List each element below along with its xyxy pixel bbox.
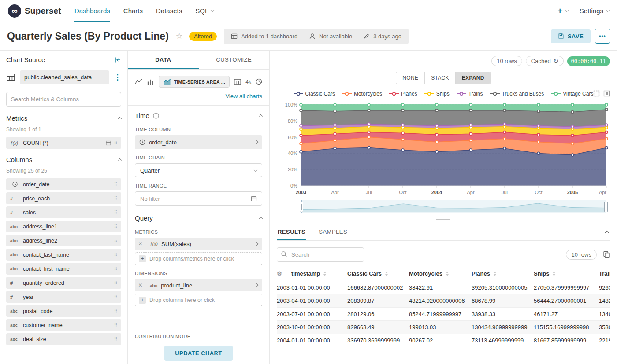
tab-data[interactable]: DATA — [128, 51, 199, 69]
tab-customize[interactable]: CUSTOMIZE — [199, 51, 270, 69]
stack-option-none[interactable]: NONE — [396, 72, 424, 84]
sort-carets-icon[interactable] — [446, 272, 449, 276]
column-item[interactable]: abccustomer_name⠿ — [6, 319, 121, 331]
query-section-header[interactable]: Query — [135, 214, 262, 222]
column-header[interactable]: ⚙__timestamp — [277, 267, 347, 281]
pie-chart-icon[interactable] — [256, 78, 262, 85]
brush-handle-right[interactable] — [604, 202, 608, 212]
time-section-header[interactable]: Time — [135, 112, 262, 119]
brush-selection[interactable] — [301, 200, 606, 213]
column-header[interactable]: Planes — [472, 267, 534, 281]
new-item-button[interactable]: + — [558, 6, 568, 15]
time-grain-select[interactable]: Quarter — [135, 163, 262, 177]
column-item[interactable]: abcaddress_line2⠿ — [6, 235, 121, 246]
column-item[interactable]: #price_each⠿ — [6, 192, 121, 204]
stack-option-expand[interactable]: EXPAND — [455, 72, 491, 84]
column-item[interactable]: abccontact_first_name⠿ — [6, 263, 121, 275]
legend-item[interactable]: Trains — [457, 91, 483, 97]
nav-sql[interactable]: SQL — [195, 0, 214, 22]
legend-item[interactable]: Ships — [424, 91, 450, 97]
metrics-columns-search-input[interactable] — [6, 92, 121, 107]
table-cell: 280129.06 — [347, 308, 409, 321]
time-range-field[interactable]: No filter — [135, 191, 262, 206]
zoom-reset-icon[interactable] — [603, 90, 610, 97]
line-chart-icon[interactable] — [135, 78, 142, 85]
column-item[interactable]: #quantity_ordered⠿ — [6, 277, 121, 289]
svg-text:20%: 20% — [288, 167, 297, 172]
column-item[interactable]: #year⠿ — [6, 291, 121, 303]
sort-carets-icon[interactable] — [323, 272, 326, 276]
results-search-input[interactable] — [277, 247, 364, 262]
legend-item[interactable]: Motorcycles — [342, 91, 382, 97]
viz-type-selected[interactable]: TIME-SERIES AREA ... — [159, 76, 230, 88]
column-header[interactable]: Trains — [599, 267, 610, 281]
table-cell: 27050.379999999997 — [534, 281, 599, 294]
column-item[interactable]: abcpostal_code⠿ — [6, 305, 121, 317]
column-header[interactable]: Ships — [534, 267, 599, 281]
settings-menu[interactable]: Settings — [580, 7, 609, 15]
gear-icon[interactable]: ⚙ — [277, 270, 282, 277]
table-row[interactable]: 2004-01-01 00:00:00336970.36999999999026… — [277, 334, 610, 347]
zoom-select-icon[interactable] — [593, 90, 600, 97]
metrics-section-header[interactable]: Metrics — [6, 114, 121, 122]
collapse-panel-icon[interactable] — [114, 56, 121, 63]
legend-item[interactable]: Trucks and Buses — [490, 91, 544, 97]
column-item[interactable]: abcdeal_size⠿ — [6, 333, 121, 345]
copy-icon[interactable] — [603, 251, 610, 258]
main-nav: Dashboards Charts Datasets SQL — [74, 0, 214, 22]
table-row[interactable]: 2003-10-01 00:00:00829663.49199013.03130… — [277, 321, 610, 334]
dimensions-drop-zone[interactable]: + Drop columns here or click — [135, 294, 262, 306]
column-header[interactable]: Classic Cars — [347, 267, 409, 281]
metric-pill[interactable]: ✕ ƒ(x) SUM(sales) — [135, 238, 262, 250]
time-column-field[interactable]: order_date — [135, 135, 262, 149]
sort-carets-icon[interactable] — [553, 272, 555, 276]
panel-resize-handle[interactable] — [436, 219, 450, 221]
brush-handle-left[interactable] — [300, 202, 303, 212]
legend-item[interactable]: Planes — [389, 91, 417, 97]
results-table-container[interactable]: ⚙__timestampClassic CarsMotorcyclesPlane… — [277, 267, 610, 364]
sort-carets-icon[interactable] — [494, 272, 496, 276]
table-row[interactable]: 2003-07-01 00:00:00280129.0685244.719999… — [277, 308, 610, 321]
bar-chart-icon[interactable] — [147, 78, 154, 85]
legend-item[interactable]: Classic Cars — [294, 91, 335, 97]
sort-carets-icon[interactable] — [385, 272, 388, 276]
more-options-button[interactable]: ••• — [595, 29, 610, 44]
metric-item[interactable]: ƒ(x)COUNT(*)⠿ — [6, 137, 121, 149]
nav-dashboards[interactable]: Dashboards — [74, 0, 110, 22]
collapse-results-icon[interactable] — [604, 228, 610, 239]
tab-samples[interactable]: SAMPLES — [318, 226, 348, 240]
column-item[interactable]: order_date⠿ — [6, 178, 121, 190]
legend-item[interactable]: Vintage Cars — [551, 91, 593, 97]
dataset-options-icon[interactable]: ⋮ — [114, 73, 121, 82]
column-item[interactable]: abccontact_last_name⠿ — [6, 249, 121, 261]
superset-logo[interactable]: ∞ Superset — [8, 4, 61, 18]
table-viz-icon[interactable] — [234, 78, 241, 85]
column-header[interactable]: Motorcycles — [409, 267, 472, 281]
cached-badge[interactable]: Cached↻ — [526, 56, 564, 66]
stack-option-stack[interactable]: STACK — [424, 72, 455, 84]
added-to-dashboards[interactable]: Added to 1 dashboard — [231, 33, 297, 40]
time-range-brush[interactable] — [301, 200, 606, 213]
metrics-drop-zone[interactable]: + Drop columns/metrics here or click — [135, 252, 262, 265]
info-icon — [153, 113, 159, 119]
chevron-right-icon — [254, 283, 258, 287]
table-row[interactable]: 2003-04-01 00:00:00208309.8748214.920000… — [277, 294, 610, 308]
favorite-star-icon[interactable]: ☆ — [176, 31, 183, 41]
update-chart-button[interactable]: UPDATE CHART — [164, 346, 232, 361]
dataset-name[interactable]: public.cleaned_sales_data — [20, 70, 109, 84]
save-button[interactable]: SAVE — [551, 29, 591, 43]
column-item[interactable]: #sales⠿ — [6, 206, 121, 218]
stacked-area-chart[interactable]: 0%20%40%60%80%100%2003AprJulOct2004AprJu… — [277, 99, 610, 197]
nav-charts[interactable]: Charts — [123, 0, 143, 22]
tab-results[interactable]: RESULTS — [277, 226, 306, 240]
nav-datasets[interactable]: Datasets — [156, 0, 182, 22]
dimension-pill[interactable]: ✕ abc product_line — [135, 279, 262, 291]
table-row[interactable]: 2003-01-01 00:00:00166682.87000000002384… — [277, 281, 610, 294]
drag-handle-icon: ⠿ — [114, 252, 117, 257]
column-item[interactable]: abcaddress_line1⠿ — [6, 221, 121, 232]
remove-dimension-icon[interactable]: ✕ — [135, 279, 146, 291]
view-all-charts-link[interactable]: View all charts — [225, 93, 262, 99]
columns-section-header[interactable]: Columns — [6, 156, 121, 163]
refresh-icon[interactable]: ↻ — [554, 58, 558, 64]
remove-metric-icon[interactable]: ✕ — [135, 238, 146, 250]
